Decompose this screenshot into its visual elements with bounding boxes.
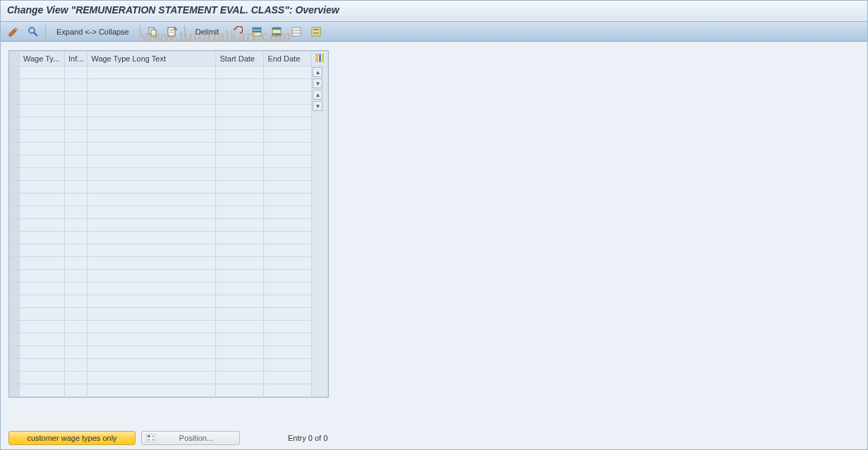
row-selector[interactable] [10, 219, 20, 232]
cell[interactable] [264, 372, 312, 384]
cell[interactable] [264, 283, 312, 295]
cell[interactable] [216, 155, 264, 168]
cell[interactable] [65, 244, 88, 257]
cell[interactable] [88, 283, 216, 295]
cell[interactable] [65, 321, 88, 333]
select-block-icon[interactable] [267, 25, 286, 39]
cell[interactable] [65, 181, 88, 194]
cell[interactable] [264, 206, 312, 219]
row-selector[interactable] [10, 244, 20, 257]
cell[interactable] [88, 117, 216, 130]
cell[interactable] [264, 257, 312, 270]
scroll-up-icon[interactable]: ▲ [313, 67, 323, 77]
cell[interactable] [20, 92, 65, 105]
cell[interactable] [65, 130, 88, 143]
cell[interactable] [20, 308, 65, 321]
cell[interactable] [20, 333, 65, 346]
cell[interactable] [88, 194, 216, 206]
cell[interactable] [65, 257, 88, 270]
row-selector[interactable] [10, 321, 20, 333]
cell[interactable] [88, 346, 216, 359]
cell[interactable] [88, 244, 216, 257]
cell[interactable] [88, 372, 216, 384]
cell[interactable] [20, 270, 65, 283]
position-button[interactable]: Position... [141, 431, 240, 445]
cell[interactable] [88, 155, 216, 168]
row-selector[interactable] [10, 384, 20, 397]
cell[interactable] [264, 181, 312, 194]
delimit-button[interactable]: Delimit [188, 25, 227, 39]
row-selector[interactable] [10, 232, 20, 244]
cell[interactable] [264, 155, 312, 168]
configure-columns-icon[interactable] [312, 52, 328, 66]
row-selector-header[interactable] [10, 52, 20, 66]
row-selector[interactable] [10, 346, 20, 359]
cell[interactable] [20, 155, 65, 168]
row-selector[interactable] [10, 79, 20, 92]
cell[interactable] [65, 168, 88, 181]
cell[interactable] [264, 308, 312, 321]
cell[interactable] [216, 283, 264, 295]
row-selector[interactable] [10, 168, 20, 181]
cell[interactable] [88, 66, 216, 79]
col-end-date[interactable]: End Date [264, 52, 312, 66]
cell[interactable] [216, 372, 264, 384]
cell[interactable] [216, 270, 264, 283]
cell[interactable] [20, 105, 65, 117]
cell[interactable] [20, 79, 65, 92]
cell[interactable] [264, 333, 312, 346]
cell[interactable] [20, 206, 65, 219]
cell[interactable] [264, 244, 312, 257]
cell[interactable] [88, 384, 216, 397]
cell[interactable] [264, 384, 312, 397]
cell[interactable] [65, 143, 88, 155]
print-icon[interactable] [307, 25, 325, 39]
cell[interactable] [20, 372, 65, 384]
cell[interactable] [20, 66, 65, 79]
cell[interactable] [88, 232, 216, 244]
cell[interactable] [88, 206, 216, 219]
cell[interactable] [216, 232, 264, 244]
row-selector[interactable] [10, 181, 20, 194]
cell[interactable] [20, 117, 65, 130]
cell[interactable] [65, 105, 88, 117]
row-selector[interactable] [10, 308, 20, 321]
cell[interactable] [65, 372, 88, 384]
cell[interactable] [20, 143, 65, 155]
cell[interactable] [20, 295, 65, 308]
cell[interactable] [65, 117, 88, 130]
cell[interactable] [65, 333, 88, 346]
cell[interactable] [216, 181, 264, 194]
cell[interactable] [264, 219, 312, 232]
row-selector[interactable] [10, 130, 20, 143]
undo-icon[interactable] [228, 25, 246, 39]
cell[interactable] [20, 384, 65, 397]
cell[interactable] [88, 219, 216, 232]
row-selector[interactable] [10, 143, 20, 155]
row-selector[interactable] [10, 257, 20, 270]
col-long-text[interactable]: Wage Type Long Text [88, 52, 216, 66]
cell[interactable] [20, 232, 65, 244]
row-selector[interactable] [10, 372, 20, 384]
row-selector[interactable] [10, 295, 20, 308]
cell[interactable] [65, 308, 88, 321]
cell[interactable] [264, 130, 312, 143]
cell[interactable] [65, 270, 88, 283]
cell[interactable] [264, 105, 312, 117]
cell[interactable] [88, 181, 216, 194]
cell[interactable] [216, 219, 264, 232]
cell[interactable] [264, 295, 312, 308]
cell[interactable] [65, 66, 88, 79]
row-selector[interactable] [10, 105, 20, 117]
cell[interactable] [216, 79, 264, 92]
toggle-change-icon[interactable] [4, 25, 23, 39]
cell[interactable] [20, 219, 65, 232]
cell[interactable] [20, 257, 65, 270]
cell[interactable] [264, 143, 312, 155]
cell[interactable] [88, 295, 216, 308]
vertical-scrollbar[interactable]: ▲▼▲▼ [312, 66, 328, 397]
cell[interactable] [20, 359, 65, 372]
row-selector[interactable] [10, 283, 20, 295]
cell[interactable] [88, 130, 216, 143]
cell[interactable] [216, 130, 264, 143]
